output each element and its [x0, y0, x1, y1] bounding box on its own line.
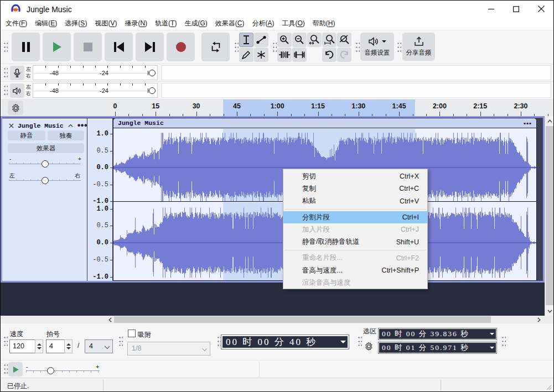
- menu-view[interactable]: 视图(V): [91, 17, 121, 30]
- dock-end-grip[interactable]: [501, 335, 506, 348]
- snap-mode-select[interactable]: 1/8: [127, 342, 210, 356]
- timesig-upper-input[interactable]: 4: [46, 339, 65, 353]
- scroll-right-button[interactable]: [535, 316, 543, 323]
- menu-tracks[interactable]: 轨道(T): [151, 17, 180, 30]
- context-menu-item[interactable]: 音高与速度...Ctrl+Shift+P: [283, 264, 427, 276]
- timesig-upper-spinner[interactable]: [64, 339, 73, 353]
- time-format-dropdown-icon[interactable]: [340, 341, 346, 346]
- vertical-scrollbar[interactable]: [545, 116, 554, 316]
- recording-meter[interactable]: -48-24: [33, 65, 158, 80]
- play-at-speed-button[interactable]: [8, 362, 23, 377]
- selection-start-time[interactable]: 00 时 00 分 39.836 秒: [378, 328, 497, 340]
- close-button[interactable]: [529, 1, 553, 17]
- zoom-toggle-button[interactable]: [337, 33, 351, 47]
- menu-help[interactable]: 帮助(H): [309, 17, 339, 30]
- resize-grip-icon[interactable]: [546, 385, 552, 390]
- vertical-scale-ruler[interactable]: 1.00.50.0-0.5-1.01.00.50.0-0.5-1.0: [87, 118, 112, 281]
- menu-analyze[interactable]: 分析(A): [248, 17, 278, 30]
- gain-slider-thumb[interactable]: [42, 160, 49, 168]
- effects-button[interactable]: 效果器: [8, 143, 84, 153]
- track-close-icon[interactable]: [9, 123, 14, 129]
- snapping-toolbar-grip[interactable]: [118, 335, 123, 348]
- scroll-down-button[interactable]: [545, 306, 554, 316]
- timeline-ruler[interactable]: 01530451:001:151:301:452:002:152:30: [1, 99, 553, 116]
- zoom-out-button[interactable]: [292, 33, 307, 47]
- loop-button[interactable]: [201, 33, 230, 61]
- pause-button[interactable]: [12, 33, 40, 61]
- clip-title-bar[interactable]: Jungle Music •••: [113, 118, 536, 128]
- solo-button[interactable]: 独奏: [48, 130, 84, 140]
- zoom-selection-button[interactable]: [307, 33, 322, 47]
- share-audio-toolbar-grip[interactable]: [397, 41, 401, 54]
- mute-button[interactable]: 静音: [8, 130, 45, 140]
- menu-select[interactable]: 选择(S): [61, 17, 91, 30]
- playback-meter[interactable]: -48-24: [33, 83, 158, 98]
- tools-toolbar-grip[interactable]: [234, 41, 239, 54]
- menu-generate[interactable]: 生成(G): [180, 17, 211, 30]
- play-meter-button[interactable]: [10, 83, 24, 98]
- scroll-up-button[interactable]: [545, 116, 554, 126]
- clip-menu-icon[interactable]: •••: [524, 120, 532, 127]
- skip-to-end-button[interactable]: [136, 33, 164, 61]
- track-collapse-icon[interactable]: [68, 124, 73, 128]
- menu-file[interactable]: 文件(F): [2, 17, 31, 30]
- pan-slider-thumb[interactable]: [42, 177, 49, 184]
- trim-audio-button[interactable]: [277, 48, 292, 62]
- time-format-dropdown-icon[interactable]: [490, 347, 494, 351]
- minimize-button[interactable]: [479, 1, 504, 17]
- time-format-dropdown-icon[interactable]: [490, 333, 494, 337]
- audio-position-time[interactable]: 00 时 00 分 40 秒: [221, 334, 349, 349]
- menu-edit[interactable]: 编辑(E): [31, 17, 61, 30]
- redo-button[interactable]: [337, 48, 351, 62]
- context-menu-item[interactable]: 分割片段Ctrl+I: [283, 211, 427, 223]
- silence-audio-button[interactable]: [292, 48, 307, 62]
- timeline-options-button[interactable]: [8, 101, 23, 115]
- selection-end-time[interactable]: 00 时 01 分 50.971 秒: [378, 342, 497, 354]
- vertical-scrollbar-thumb[interactable]: [546, 126, 554, 305]
- scroll-left-button[interactable]: [106, 316, 114, 323]
- record-icon: [175, 41, 187, 53]
- audio-setup-button[interactable]: 音频设置: [360, 33, 394, 61]
- tempo-input[interactable]: 120: [9, 339, 35, 353]
- play-at-speed-grip[interactable]: [3, 363, 8, 376]
- snap-checkbox[interactable]: [128, 330, 136, 337]
- menu-effect[interactable]: 效果器(C): [211, 17, 248, 30]
- context-menu-item[interactable]: 剪切Ctrl+X: [283, 170, 427, 182]
- selection-tool-button[interactable]: [239, 33, 253, 47]
- context-menu-item[interactable]: 复制Ctrl+C: [283, 182, 427, 195]
- track-name[interactable]: Jungle Music: [18, 122, 64, 129]
- edit-toolbar-grip[interactable]: [272, 41, 277, 54]
- track-canvas[interactable]: Jungle Music ••• 静音 独奏 效果器 - + 左 右 1.: [1, 116, 553, 316]
- context-menu-item[interactable]: 粘贴Ctrl+V: [283, 195, 427, 207]
- menu-transport[interactable]: 播录(N): [121, 17, 151, 30]
- track-control-panel[interactable]: Jungle Music ••• 静音 独奏 效果器 - + 左 右: [2, 118, 87, 281]
- share-audio-button[interactable]: 分享音频: [402, 33, 435, 61]
- zoom-in-button[interactable]: [277, 33, 292, 47]
- context-menu-item[interactable]: 静音/取消静音轨道Shift+U: [283, 236, 427, 248]
- speed-slider-thumb[interactable]: [47, 367, 54, 374]
- record-button[interactable]: [167, 33, 195, 61]
- track-menu-icon[interactable]: •••: [77, 121, 87, 130]
- menu-tools[interactable]: 工具(O): [278, 17, 308, 30]
- horizontal-scrollbar-thumb[interactable]: [114, 316, 491, 323]
- play-button[interactable]: [43, 33, 71, 61]
- selection-options-button[interactable]: [362, 339, 375, 353]
- undo-button[interactable]: [322, 48, 336, 62]
- stop-button[interactable]: [74, 33, 102, 61]
- maximize-button[interactable]: [504, 1, 529, 17]
- tempo-spinner[interactable]: [35, 339, 43, 353]
- skip-to-start-button[interactable]: [105, 33, 133, 61]
- horizontal-scrollbar[interactable]: [1, 316, 553, 323]
- selection-toolbar-grip[interactable]: [358, 335, 362, 348]
- multi-tool-button[interactable]: [254, 48, 268, 62]
- transport-toolbar-grip[interactable]: [3, 41, 8, 54]
- timesig-lower-select[interactable]: 4: [85, 339, 113, 353]
- fit-project-button[interactable]: [322, 33, 336, 47]
- time-signature-toolbar-grip[interactable]: [3, 335, 8, 348]
- envelope-tool-button[interactable]: [254, 33, 268, 47]
- record-meter-button[interactable]: [10, 66, 24, 80]
- playback-meter-grip[interactable]: [3, 84, 8, 97]
- recording-meter-grip[interactable]: [3, 66, 8, 80]
- audio-setup-toolbar-grip[interactable]: [355, 41, 360, 54]
- draw-tool-button[interactable]: [239, 48, 253, 62]
